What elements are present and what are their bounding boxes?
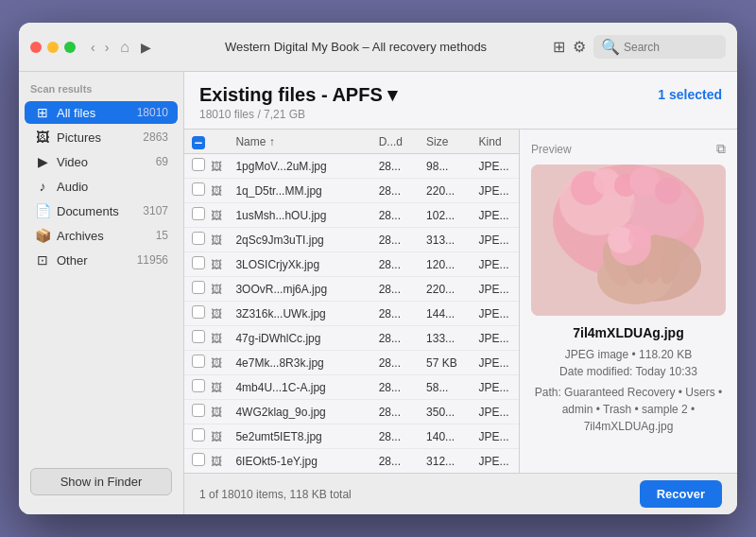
file-kind: JPE... [472,449,519,474]
sidebar-item-documents[interactable]: 📄 Documents 3107 [25,199,178,222]
sidebar-item-label: Audio [57,180,163,194]
row-checkbox[interactable] [192,182,205,196]
sidebar-item-other[interactable]: ⊡ Other 11956 [25,249,178,271]
row-checkbox[interactable] [192,207,205,220]
file-name[interactable]: 1q_D5tr...MM.jpg [228,179,370,203]
window-title: Western Digital My Book – All recovery m… [159,40,553,54]
file-name[interactable]: 5e2umt5IET8.jpg [228,424,370,449]
table-row[interactable]: 🖼 4e7Mk...8R3k.jpg 28... 57 KB JPE... [184,351,519,375]
file-icon-cell: 🖼 [209,154,228,179]
forward-button[interactable]: › [101,38,113,57]
row-checkbox-cell[interactable] [184,326,209,351]
table-row[interactable]: 🖼 5e2umt5IET8.jpg 28... 140... JPE... [184,424,519,449]
sidebar-item-archives[interactable]: 📦 Archives 15 [25,224,178,247]
file-kind: JPE... [472,203,519,228]
col-header-size[interactable]: Size [419,130,471,154]
file-name[interactable]: 3LOSICrjyXk.jpg [228,252,370,277]
sidebar-item-audio[interactable]: ♪ Audio [25,175,178,198]
file-kind: JPE... [472,154,519,179]
file-name[interactable]: 4mb4U...1C-A.jpg [228,375,370,400]
file-name[interactable]: 3OOvR...mj6A.jpg [228,277,370,302]
row-checkbox[interactable] [192,256,205,269]
select-all-checkbox[interactable] [192,136,205,149]
file-name[interactable]: 1usMsh...hOU.jpg [228,203,370,228]
recover-button[interactable]: Recover [640,480,722,508]
col-header-name[interactable]: Name ↑ [228,130,370,154]
close-button[interactable] [30,42,42,53]
sidebar-item-video[interactable]: ▶ Video 69 [25,150,178,173]
table-row[interactable]: 🖼 6IEOkt5-1eY.jpg 28... 312... JPE... [184,449,519,474]
row-checkbox-cell[interactable] [184,302,209,326]
sidebar-item-pictures[interactable]: 🖼 Pictures 2863 [25,126,178,148]
file-type-icon: 🖼 [211,332,222,345]
col-header-checkbox[interactable] [184,130,209,154]
sidebar-item-all-files[interactable]: ⊞ All files 18010 [25,101,178,124]
row-checkbox-cell[interactable] [184,179,209,203]
search-icon: 🔍 [601,38,620,56]
row-checkbox-cell[interactable] [184,203,209,228]
preview-copy-icon[interactable]: ⧉ [716,141,726,157]
file-date: 28... [371,203,419,228]
minimize-button[interactable] [47,42,59,53]
search-input[interactable] [624,41,718,54]
table-row[interactable]: 🖼 1pgMoV...2uM.jpg 28... 98... JPE... [184,154,519,179]
table-row[interactable]: 🖼 4WG2klag_9o.jpg 28... 350... JPE... [184,400,519,424]
row-checkbox[interactable] [192,232,205,245]
row-checkbox-cell[interactable] [184,277,209,302]
row-checkbox-cell[interactable] [184,449,209,474]
row-checkbox-cell[interactable] [184,375,209,400]
row-checkbox-cell[interactable] [184,252,209,277]
row-checkbox[interactable] [192,404,205,417]
file-type-icon: 🖼 [211,283,222,296]
preview-filetype: JPEG image • 118.20 KB Date modified: To… [531,346,726,435]
archives-icon: 📦 [34,228,51,243]
row-checkbox[interactable] [192,453,205,466]
table-row[interactable]: 🖼 47g-iDWhlCc.jpg 28... 133... JPE... [184,326,519,351]
file-name[interactable]: 6IEOkt5-1eY.jpg [228,449,370,474]
row-checkbox-cell[interactable] [184,400,209,424]
row-checkbox[interactable] [192,330,205,343]
row-checkbox[interactable] [192,158,205,171]
row-checkbox[interactable] [192,428,205,442]
home-button[interactable]: ⌂ [120,39,129,56]
table-row[interactable]: 🖼 3OOvR...mj6A.jpg 28... 220... JPE... [184,277,519,302]
row-checkbox[interactable] [192,379,205,392]
file-name[interactable]: 1pgMoV...2uM.jpg [228,154,370,179]
table-row[interactable]: 🖼 3LOSICrjyXk.jpg 28... 120... JPE... [184,252,519,277]
file-name[interactable]: 3Z316k...UWk.jpg [228,302,370,326]
file-type-icon: 🖼 [211,381,222,394]
content-header: Existing files - APFS ▾ 1 selected 18010… [184,72,737,130]
table-row[interactable]: 🖼 1q_D5tr...MM.jpg 28... 220... JPE... [184,179,519,203]
view-button[interactable]: ⊞ [553,38,565,56]
row-checkbox[interactable] [192,305,205,319]
show-in-finder-button[interactable]: Show in Finder [30,468,172,495]
file-type-icon: 🖼 [211,234,222,247]
maximize-button[interactable] [64,42,76,53]
row-checkbox-cell[interactable] [184,351,209,375]
table-row[interactable]: 🖼 4mb4U...1C-A.jpg 28... 58... JPE... [184,375,519,400]
row-checkbox-cell[interactable] [184,228,209,252]
file-type-icon: 🖼 [211,455,222,468]
file-kind: JPE... [472,302,519,326]
file-date: 28... [371,252,419,277]
table-row[interactable]: 🖼 2qSc9Jm3uTI.jpg 28... 313... JPE... [184,228,519,252]
file-name[interactable]: 2qSc9Jm3uTI.jpg [228,228,370,252]
file-list-container[interactable]: Name ↑ D...d Size Kind 🖼 1pgMoV...2uM.jp… [184,130,520,473]
col-header-kind[interactable]: Kind [472,130,519,154]
col-header-date[interactable]: D...d [371,130,419,154]
file-date: 28... [371,179,419,203]
nav-arrows: ‹ › [87,38,112,57]
row-checkbox-cell[interactable] [184,424,209,449]
file-name[interactable]: 4e7Mk...8R3k.jpg [228,351,370,375]
play-button[interactable]: ▶ [141,40,151,55]
table-row[interactable]: 🖼 3Z316k...UWk.jpg 28... 144... JPE... [184,302,519,326]
row-checkbox[interactable] [192,281,205,294]
table-row[interactable]: 🖼 1usMsh...hOU.jpg 28... 102... JPE... [184,203,519,228]
filter-button[interactable]: ⚙ [573,38,586,56]
file-name[interactable]: 4WG2klag_9o.jpg [228,400,370,424]
row-checkbox[interactable] [192,355,205,368]
row-checkbox-cell[interactable] [184,154,209,179]
back-button[interactable]: ‹ [87,38,99,57]
sidebar-item-label: Archives [57,229,150,243]
file-name[interactable]: 47g-iDWhlCc.jpg [228,326,370,351]
